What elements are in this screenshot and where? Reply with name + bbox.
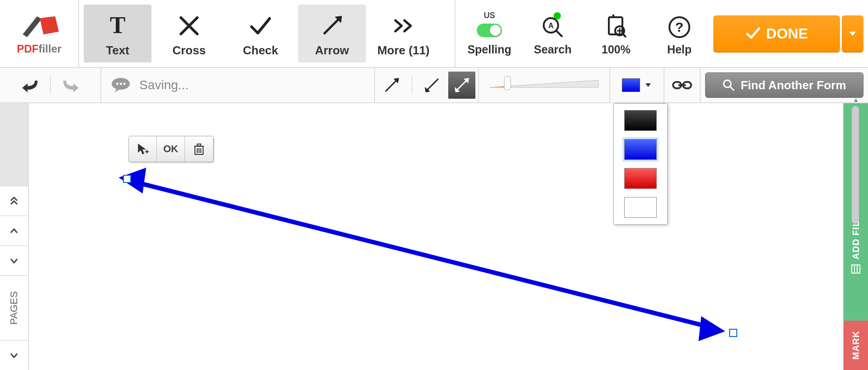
- more-tools-button[interactable]: More (11): [370, 5, 437, 62]
- main-toolbar: PDFfiller T Text Cross Check Arrow: [0, 0, 868, 68]
- separator: [50, 76, 51, 94]
- arrow-double-button[interactable]: [448, 72, 475, 99]
- arrow-sw-icon: [423, 76, 441, 94]
- svg-line-27: [457, 81, 466, 90]
- form-icon: [851, 264, 861, 274]
- chevron-down-icon: [9, 256, 19, 266]
- svg-text:?: ?: [675, 19, 683, 34]
- text-tool-button[interactable]: T Text: [84, 5, 152, 62]
- text-tool-label: Text: [106, 43, 129, 58]
- caret-down-icon: [849, 29, 857, 38]
- brand-text: PDFfiller: [17, 43, 62, 55]
- undo-button[interactable]: [21, 77, 41, 93]
- help-icon: ?: [667, 11, 692, 43]
- done-button[interactable]: DONE: [713, 15, 840, 52]
- mark-tab-label: MARK: [851, 331, 861, 360]
- check-tool-label: Check: [243, 43, 278, 58]
- spelling-label: Spelling: [467, 43, 511, 56]
- confirm-button[interactable]: OK: [157, 136, 185, 162]
- arrow-ne-icon: [383, 76, 401, 94]
- spelling-button[interactable]: US Spelling: [460, 5, 519, 62]
- arrow-tool-button[interactable]: Arrow: [298, 5, 366, 62]
- link-icon: [672, 78, 692, 92]
- chevron-up-icon: [9, 226, 19, 236]
- pages-prev-button[interactable]: [0, 216, 28, 246]
- separator: [412, 77, 412, 94]
- left-collapsed-panel[interactable]: [0, 103, 28, 186]
- pages-first-button[interactable]: [0, 186, 28, 216]
- color-option-black[interactable]: [624, 110, 657, 131]
- caret-down-icon: [645, 82, 652, 89]
- svg-point-22: [123, 83, 126, 85]
- color-picker-button[interactable]: [610, 68, 664, 102]
- zoom-label: 100%: [602, 43, 631, 56]
- edit-tools-group: T Text Cross Check Arrow Mo: [79, 0, 442, 67]
- search-icon: A: [540, 14, 565, 40]
- svg-line-38: [730, 86, 734, 90]
- arrow-style-group: [375, 68, 479, 102]
- arrow-single-sw-button[interactable]: [418, 72, 446, 99]
- svg-point-20: [116, 83, 119, 85]
- pdffiller-logo-icon: [19, 12, 60, 39]
- find-another-form-button[interactable]: Find Another Form: [705, 72, 863, 98]
- app-logo[interactable]: PDFfiller: [0, 0, 79, 67]
- svg-marker-42: [138, 144, 146, 154]
- cross-tool-button[interactable]: Cross: [155, 5, 223, 62]
- spelling-lang: US: [484, 11, 495, 20]
- left-sidebar: PAGES: [0, 103, 29, 370]
- spelling-toggle-icon[interactable]: [477, 24, 502, 37]
- trash-icon: [193, 143, 205, 155]
- svg-line-8: [556, 31, 562, 36]
- svg-text:A: A: [548, 22, 554, 29]
- color-option-red[interactable]: [624, 168, 657, 189]
- color-current-swatch: [622, 78, 640, 92]
- color-option-white[interactable]: [624, 197, 657, 218]
- object-mini-toolbar: OK: [128, 136, 213, 162]
- svg-text:T: T: [110, 13, 126, 38]
- delete-button[interactable]: [185, 136, 213, 162]
- cross-icon: [176, 10, 202, 42]
- search-icon: [722, 79, 735, 91]
- move-cursor-icon: [136, 143, 150, 155]
- arrow-single-ne-button[interactable]: [378, 72, 405, 99]
- color-option-blue[interactable]: [624, 139, 657, 160]
- svg-rect-32: [504, 77, 511, 90]
- comment-icon[interactable]: [110, 77, 131, 93]
- selection-handle-start[interactable]: [123, 175, 131, 183]
- arrow-tool-label: Arrow: [315, 43, 349, 58]
- notification-dot-icon: [554, 12, 561, 19]
- redo-button[interactable]: [60, 77, 80, 93]
- pages-next-button[interactable]: [0, 246, 28, 276]
- arrow-double-icon: [453, 76, 471, 94]
- size-slider[interactable]: [479, 68, 610, 102]
- size-slider-icon: [485, 74, 603, 96]
- cross-tool-label: Cross: [172, 43, 206, 58]
- svg-line-5: [324, 19, 339, 34]
- done-dropdown-button[interactable]: [842, 15, 863, 52]
- pages-expand-button[interactable]: [0, 340, 28, 370]
- svg-marker-17: [849, 32, 856, 36]
- scrollbar-thumb[interactable]: [852, 106, 859, 224]
- document-canvas[interactable]: OK: [29, 103, 828, 370]
- chevron-double-up-icon: [9, 196, 19, 206]
- check-tool-button[interactable]: Check: [227, 5, 294, 62]
- find-form-group: Find Another Form: [701, 68, 868, 102]
- help-button[interactable]: ? Help: [650, 5, 709, 62]
- color-dropdown-menu: [613, 103, 668, 225]
- help-label: Help: [667, 43, 692, 56]
- search-button[interactable]: A Search: [523, 5, 582, 62]
- svg-rect-51: [852, 265, 860, 273]
- svg-marker-33: [645, 83, 651, 87]
- done-check-icon: [745, 26, 761, 41]
- undo-redo-group: [0, 68, 101, 102]
- mark-tab[interactable]: MARK: [844, 321, 868, 370]
- selection-handle-end[interactable]: [729, 329, 737, 337]
- svg-point-21: [120, 83, 122, 85]
- link-button[interactable]: [664, 68, 701, 102]
- find-form-label: Find Another Form: [740, 78, 846, 92]
- move-handle-button[interactable]: [129, 136, 157, 162]
- scrollbar-track[interactable]: [828, 103, 843, 370]
- zoom-button[interactable]: 100%: [587, 5, 645, 62]
- scroll-up-caret-icon[interactable]: ▲: [853, 96, 859, 103]
- svg-marker-1: [40, 16, 59, 34]
